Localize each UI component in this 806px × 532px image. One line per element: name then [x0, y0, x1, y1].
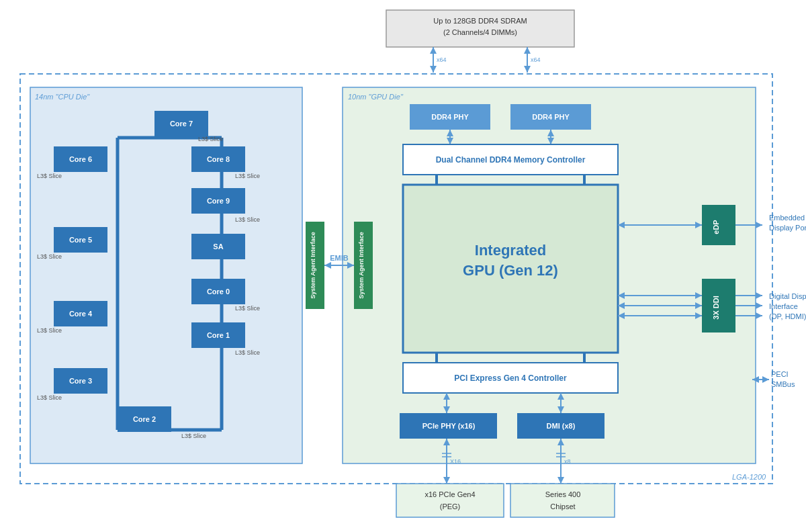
architecture-diagram — [0, 0, 806, 532]
